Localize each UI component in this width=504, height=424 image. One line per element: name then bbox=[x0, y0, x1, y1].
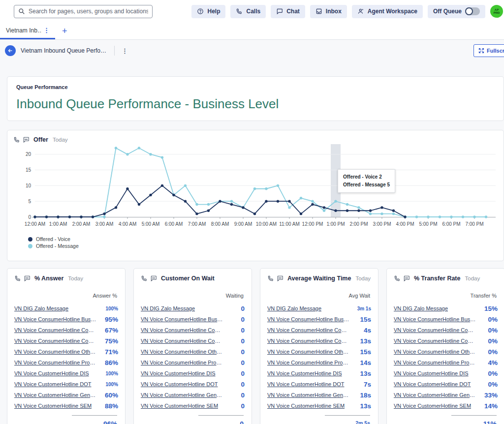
queue-row: VN Voice CustomerHotline SEM88% bbox=[14, 400, 118, 411]
agent-workspace-button[interactable]: Agent Workspace bbox=[352, 5, 423, 18]
queue-link[interactable]: VN Voice CustomerHotline General bbox=[14, 392, 97, 398]
search-input[interactable] bbox=[29, 8, 148, 15]
queue-link[interactable]: VN Voice ConsumerHotline CompanyInf… bbox=[14, 327, 97, 333]
dashboard-title[interactable]: Vietnam Inbound Queue Perfo… bbox=[21, 47, 106, 54]
panel-title: % Transfer Rate bbox=[414, 275, 460, 282]
panel-total: 96% bbox=[14, 420, 117, 424]
add-tab-button[interactable]: + bbox=[62, 26, 67, 36]
queue-link[interactable]: VN DIG Zalo Message bbox=[394, 305, 448, 311]
queue-link[interactable]: VN Voice ConsumerHotline Others bbox=[267, 349, 350, 355]
legend-item[interactable]: Offered - Voice bbox=[28, 236, 498, 242]
phone-icon bbox=[236, 8, 243, 15]
chat-icon bbox=[276, 8, 283, 15]
chat-button[interactable]: Chat bbox=[271, 5, 305, 18]
queue-link[interactable]: VN Voice CustomerHotline General bbox=[267, 392, 350, 398]
help-button[interactable]: Help bbox=[191, 5, 225, 18]
queue-row: VN Voice ConsumerHotline Complain0% bbox=[394, 335, 498, 346]
chart-area[interactable]: 0510152012:00 AM1:00 AM2:00 AM3:00 AM4:0… bbox=[13, 144, 498, 233]
off-queue-toggle[interactable] bbox=[465, 7, 480, 15]
queue-link[interactable]: VN Voice ConsumerHotline Promotion bbox=[141, 360, 223, 365]
chat-icon bbox=[277, 275, 284, 282]
queue-value: 0% bbox=[488, 337, 498, 345]
queue-link[interactable]: VN Voice ConsumerHotline Complain bbox=[267, 338, 350, 344]
agent-icon bbox=[357, 8, 364, 15]
total-divider bbox=[325, 415, 370, 416]
queue-link[interactable]: VN Voice CustomerHotline General bbox=[141, 392, 223, 398]
offer-chart-panel: Offer Today 0510152012:00 AM1:00 AM2:00 … bbox=[7, 130, 504, 261]
queue-link[interactable]: VN Voice ConsumerHotline Others bbox=[141, 349, 223, 355]
tab-menu-icon[interactable]: ⋮ bbox=[42, 27, 51, 34]
divider bbox=[114, 46, 115, 56]
queue-link[interactable]: VN Voice ConsumerHotline Promotion bbox=[394, 360, 476, 365]
queue-link[interactable]: VN DIG Zalo Message bbox=[14, 305, 68, 311]
queue-link[interactable]: VN Voice ConsumerHotline Complain bbox=[141, 338, 223, 344]
queue-link[interactable]: VN Voice ConsumerHotline Promotion bbox=[14, 360, 97, 365]
queue-link[interactable]: VN Voice CustomerHotline SEM bbox=[14, 403, 92, 409]
queue-link[interactable]: VN DIG Zalo Message bbox=[141, 305, 195, 311]
queue-link[interactable]: VN Voice ConsumerHotline BusinessCall bbox=[141, 316, 223, 322]
queue-link[interactable]: VN Voice CustomerHotline DOT bbox=[141, 381, 218, 387]
svg-text:20: 20 bbox=[26, 151, 32, 157]
queue-value: 13s bbox=[360, 402, 371, 410]
queue-link[interactable]: VN Voice ConsumerHotline CompanyInfo… bbox=[267, 327, 350, 333]
queue-link[interactable]: VN Voice CustomerHotline General bbox=[394, 392, 476, 398]
queue-value: 71% bbox=[105, 348, 118, 356]
inbox-button[interactable]: Inbox bbox=[310, 5, 347, 18]
page-title: Inbound Queue Performance - Business Lev… bbox=[16, 96, 495, 112]
panel-title: Customer On Wait bbox=[161, 275, 215, 282]
queue-link[interactable]: VN Voice ConsumerHotline Complain bbox=[14, 338, 97, 344]
queue-row: VN Voice ConsumerHotline CompanyIn…0% bbox=[394, 325, 498, 335]
panel-period: Today bbox=[68, 275, 83, 281]
queue-link[interactable]: VN Voice CustomerHotline DOT bbox=[267, 381, 345, 387]
calls-button[interactable]: Calls bbox=[230, 5, 266, 18]
svg-text:5: 5 bbox=[28, 199, 31, 204]
help-icon bbox=[197, 8, 204, 15]
queue-row: VN Voice CustomerHotline General60% bbox=[14, 390, 118, 400]
queue-link[interactable]: VN Voice ConsumerHotline BusinessCall bbox=[14, 316, 97, 322]
queue-value: 4s bbox=[364, 327, 371, 334]
queue-link[interactable]: VN Voice CustomerHotline SEM bbox=[141, 403, 218, 409]
queue-link[interactable]: VN Voice ConsumerHotline BusinessCall bbox=[394, 316, 476, 322]
queue-row: VN DIG Zalo Message100% bbox=[14, 303, 118, 314]
back-button[interactable] bbox=[5, 45, 16, 56]
off-queue-control[interactable]: Off Queue bbox=[428, 5, 485, 18]
queue-link[interactable]: VN Voice CustomerHotline DIS bbox=[267, 370, 342, 376]
tab-label: Vietnam Inb… bbox=[6, 27, 42, 34]
queue-row: VN Voice CustomerHotline General18s bbox=[267, 390, 371, 400]
off-queue-label: Off Queue bbox=[433, 8, 462, 15]
queue-value: 0% bbox=[488, 348, 498, 356]
queue-row: VN Voice CustomerHotline DIS0% bbox=[394, 368, 498, 379]
tab-bar: Vietnam Inb… ⋮ + bbox=[0, 23, 504, 40]
queue-value: 0% bbox=[488, 381, 498, 388]
queue-link[interactable]: VN Voice ConsumerHotline Others bbox=[14, 349, 97, 355]
svg-text:3:00 AM: 3:00 AM bbox=[95, 221, 114, 227]
queue-link[interactable]: VN Voice ConsumerHotline Promotion bbox=[267, 360, 350, 365]
tab-vietnam-inbound[interactable]: Vietnam Inb… ⋮ bbox=[0, 23, 55, 39]
avatar[interactable]: AP PRD bbox=[490, 5, 503, 18]
queue-row: VN Voice CustomerHotline DOT100% bbox=[14, 379, 118, 390]
offer-line-chart[interactable]: 0510152012:00 AM1:00 AM2:00 AM3:00 AM4:0… bbox=[13, 144, 499, 231]
svg-text:0: 0 bbox=[28, 214, 31, 220]
global-search[interactable] bbox=[14, 5, 153, 18]
column-header: Waiting bbox=[141, 293, 244, 299]
queue-link[interactable]: VN Voice CustomerHotline DOT bbox=[394, 381, 471, 387]
queue-link[interactable]: VN Voice ConsumerHotline BusinessCall bbox=[267, 316, 350, 322]
queue-link[interactable]: VN Voice CustomerHotline DIS bbox=[14, 370, 89, 376]
queue-link[interactable]: VN Voice ConsumerHotline Complain bbox=[394, 338, 476, 344]
fullscreen-button[interactable]: Fullscreen bbox=[473, 44, 504, 57]
queue-link[interactable]: VN Voice ConsumerHotline Others bbox=[394, 349, 476, 355]
queue-link[interactable]: VN Voice CustomerHotline SEM bbox=[267, 403, 345, 409]
queue-link[interactable]: VN Voice CustomerHotline SEM bbox=[394, 403, 471, 409]
queue-link[interactable]: VN Voice CustomerHotline DOT bbox=[14, 381, 92, 387]
queue-link[interactable]: VN Voice CustomerHotline DIS bbox=[394, 370, 469, 376]
queue-link[interactable]: VN Voice ConsumerHotline CompanyInfor… bbox=[141, 327, 223, 333]
legend-item[interactable]: Offered - Message bbox=[28, 242, 498, 249]
dashboard-menu-icon[interactable]: ⋮ bbox=[122, 47, 128, 55]
queue-link[interactable]: VN DIG Zalo Message bbox=[267, 305, 321, 311]
svg-text:3:00 PM: 3:00 PM bbox=[373, 221, 391, 227]
queue-link[interactable]: VN Voice ConsumerHotline CompanyIn… bbox=[394, 327, 476, 333]
queue-row: VN DIG Zalo Message0 bbox=[141, 303, 245, 314]
svg-text:8:00 AM: 8:00 AM bbox=[211, 221, 229, 227]
svg-text:10:00 AM: 10:00 AM bbox=[256, 221, 277, 227]
queue-link[interactable]: VN Voice CustomerHotline DIS bbox=[141, 370, 216, 376]
